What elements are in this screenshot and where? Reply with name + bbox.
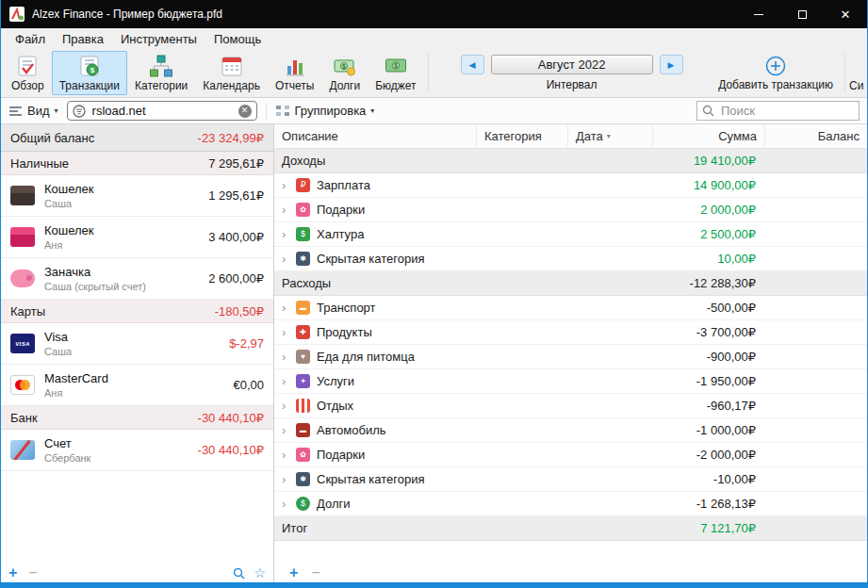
column-header-description[interactable]: Описание bbox=[274, 124, 477, 148]
car-icon bbox=[296, 423, 310, 437]
minimize-icon bbox=[754, 14, 763, 15]
app-window: Alzex Finance - Пример бюджета.pfd ✕ Фай… bbox=[0, 0, 868, 588]
expand-arrow-icon[interactable]: › bbox=[282, 178, 289, 192]
debts-icon: $ bbox=[333, 54, 357, 78]
toolbar-button-budget[interactable]: $ Бюджет bbox=[368, 51, 423, 95]
menu-tools[interactable]: Инструменты bbox=[112, 28, 205, 49]
close-button[interactable]: ✕ bbox=[824, 0, 867, 28]
category-amount: -1 268,13₽ bbox=[653, 497, 765, 511]
grouping-dropdown[interactable]: Группировка ▾ bbox=[275, 104, 375, 118]
expand-arrow-icon[interactable]: › bbox=[282, 350, 289, 364]
table-category-row[interactable]: ›Скрытая категория10,00₽ bbox=[274, 247, 867, 271]
table-category-row[interactable]: ›Халтура2 500,00₽ bbox=[274, 222, 867, 247]
expand-arrow-icon[interactable]: › bbox=[282, 448, 289, 462]
view-icon bbox=[8, 106, 23, 117]
expand-arrow-icon[interactable]: › bbox=[282, 472, 289, 486]
remove-account-button[interactable]: − bbox=[28, 565, 37, 580]
interval-date-button[interactable]: Август 2022 bbox=[491, 55, 653, 74]
table-category-row[interactable]: ›Долги-1 268,13₽ bbox=[274, 492, 867, 516]
expand-arrow-icon[interactable]: › bbox=[282, 252, 289, 266]
category-cell: ›Продукты bbox=[274, 325, 477, 339]
remove-transaction-footer-button[interactable]: − bbox=[311, 565, 319, 580]
account-row[interactable]: КошелекАня3 400,00₽ bbox=[1, 217, 273, 258]
account-row[interactable]: КошелекСаша1 295,61₽ bbox=[1, 175, 273, 217]
total-balance-row[interactable]: Общий баланс -23 324,99₽ bbox=[1, 124, 273, 152]
column-header-balance[interactable]: Баланс bbox=[765, 124, 867, 148]
interval-next-button[interactable]: ▶ bbox=[660, 55, 683, 74]
table-category-row[interactable]: ›Подарки-2 000,00₽ bbox=[274, 443, 867, 467]
group-label: Расходы bbox=[274, 276, 477, 290]
sync-button-clipped[interactable]: Си bbox=[849, 49, 864, 97]
main-toolbar: Обзор $ Транзакции Категории bbox=[1, 49, 867, 98]
expand-arrow-icon[interactable]: › bbox=[282, 374, 289, 388]
table-category-row[interactable]: ›Транспорт-500,00₽ bbox=[274, 296, 867, 320]
zoom-icon[interactable] bbox=[233, 567, 245, 580]
column-label: Дата bbox=[576, 129, 603, 143]
toolbar-button-categories[interactable]: Категории bbox=[127, 51, 195, 95]
account-group-header[interactable]: Наличные7 295,61₽ bbox=[1, 152, 273, 175]
column-header-sum[interactable]: Сумма bbox=[653, 124, 765, 148]
account-row[interactable]: СчетСбербанк-30 440,10₽ bbox=[1, 430, 273, 471]
sber-icon bbox=[10, 440, 35, 460]
account-group-header[interactable]: Карты-180,50₽ bbox=[1, 300, 273, 323]
toolbar-button-transactions[interactable]: $ Транзакции bbox=[52, 51, 127, 95]
expand-arrow-icon[interactable]: › bbox=[282, 497, 289, 511]
favorites-star-icon[interactable]: ☆ bbox=[254, 566, 266, 580]
table-total-row[interactable]: Итог 7 121,70₽ bbox=[274, 516, 867, 541]
clear-filter-button[interactable]: ✕ bbox=[238, 105, 252, 118]
expand-arrow-icon[interactable]: › bbox=[282, 301, 289, 315]
gift-icon bbox=[296, 203, 310, 217]
table-category-row[interactable]: ›Автомобиль-1 000,00₽ bbox=[274, 418, 867, 443]
expand-arrow-icon[interactable]: › bbox=[282, 423, 289, 437]
hidden-icon bbox=[296, 472, 310, 486]
add-transaction-footer-button[interactable]: + bbox=[289, 565, 298, 580]
table-category-row[interactable]: ›Продукты-3 700,00₽ bbox=[274, 320, 867, 345]
category-amount: 2 000,00₽ bbox=[653, 203, 765, 217]
column-header-date[interactable]: Дата ▾ bbox=[568, 124, 653, 148]
search-icon bbox=[702, 105, 714, 117]
sync-label: Си bbox=[849, 79, 863, 92]
account-row[interactable]: MasterCardАня€0,00 bbox=[1, 365, 273, 406]
account-text: VisaСаша bbox=[44, 330, 220, 357]
add-account-button[interactable]: + bbox=[8, 565, 17, 580]
category-cell: ›Автомобиль bbox=[274, 423, 477, 437]
table-category-row[interactable]: ›Еда для питомца-900,00₽ bbox=[274, 345, 867, 369]
menu-edit[interactable]: Правка bbox=[54, 28, 112, 49]
category-amount: -2 000,00₽ bbox=[653, 448, 765, 462]
toolbar-button-calendar[interactable]: Календарь bbox=[195, 51, 268, 95]
account-row[interactable]: VisaСаша$-2,97 bbox=[1, 323, 273, 365]
view-dropdown[interactable]: Вид ▾ bbox=[8, 104, 58, 118]
column-header-category[interactable]: Категория bbox=[477, 124, 568, 148]
maximize-button[interactable] bbox=[780, 0, 824, 28]
table-category-row[interactable]: ›Подарки2 000,00₽ bbox=[274, 198, 867, 222]
filter-input[interactable] bbox=[90, 103, 234, 119]
menu-file[interactable]: Файл bbox=[7, 28, 54, 49]
minimize-button[interactable] bbox=[737, 0, 780, 28]
table-body: Доходы19 410,00₽›Зарплата14 900,00₽›Пода… bbox=[274, 149, 867, 516]
account-group-header[interactable]: Банк-30 440,10₽ bbox=[1, 406, 273, 430]
table-category-row[interactable]: ›Зарплата14 900,00₽ bbox=[274, 173, 867, 198]
expand-arrow-icon[interactable]: › bbox=[282, 325, 289, 339]
table-group-row[interactable]: Доходы19 410,00₽ bbox=[274, 149, 867, 173]
category-cell: ›Отдых bbox=[274, 399, 477, 413]
expand-arrow-icon[interactable]: › bbox=[282, 227, 289, 241]
table-category-row[interactable]: ›Скрытая категория-10,00₽ bbox=[274, 467, 867, 492]
interval-prev-button[interactable]: ◀ bbox=[461, 55, 484, 74]
table-category-row[interactable]: ›Отдых-960,17₽ bbox=[274, 394, 867, 418]
search-box bbox=[696, 101, 860, 121]
toolbar-button-reports[interactable]: Отчеты bbox=[268, 51, 321, 95]
search-input[interactable] bbox=[719, 103, 854, 119]
window-controls: ✕ bbox=[737, 0, 867, 28]
add-transaction-button[interactable]: Добавить транзакцию bbox=[711, 49, 841, 97]
table-group-row[interactable]: Расходы-12 288,30₽ bbox=[274, 271, 867, 296]
expand-arrow-icon[interactable]: › bbox=[282, 203, 289, 217]
category-cell: ›Подарки bbox=[274, 448, 477, 462]
toolbar-button-debts[interactable]: $ Долги bbox=[321, 51, 368, 95]
menu-help[interactable]: Помощь bbox=[205, 28, 270, 49]
expand-arrow-icon[interactable]: › bbox=[282, 399, 289, 413]
table-category-row[interactable]: ›Услуги-1 950,00₽ bbox=[274, 369, 867, 394]
toolbar-button-overview[interactable]: Обзор bbox=[4, 51, 52, 95]
account-owner: Аня bbox=[44, 387, 223, 399]
account-row[interactable]: ЗаначкаСаша (скрытый счет)2 600,00₽ bbox=[1, 258, 273, 300]
category-amount: -500,00₽ bbox=[653, 301, 765, 315]
